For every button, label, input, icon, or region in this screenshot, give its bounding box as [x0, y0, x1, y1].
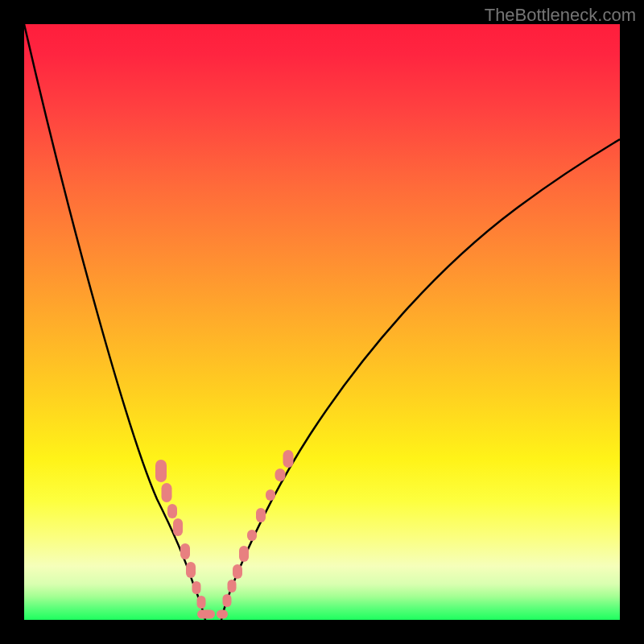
data-marker	[233, 564, 242, 579]
data-markers	[155, 450, 294, 619]
data-marker	[180, 543, 190, 559]
curve-group	[24, 24, 620, 620]
data-marker	[162, 483, 172, 502]
data-marker	[217, 610, 228, 619]
data-marker	[197, 610, 215, 619]
right-curve	[221, 139, 620, 620]
data-marker	[247, 530, 257, 541]
data-marker	[283, 450, 294, 468]
data-marker	[173, 518, 183, 536]
data-marker	[256, 508, 266, 522]
data-marker	[197, 596, 206, 609]
data-marker	[155, 460, 167, 482]
data-marker	[228, 580, 237, 592]
data-marker	[192, 581, 201, 594]
chart-gradient-area	[24, 24, 620, 620]
watermark-text: TheBottleneck.com	[485, 5, 636, 26]
data-marker	[239, 546, 249, 562]
chart-svg	[24, 24, 620, 620]
data-marker	[266, 489, 275, 501]
data-marker	[275, 469, 286, 481]
data-marker	[167, 504, 177, 518]
data-marker	[223, 594, 232, 607]
data-marker	[186, 562, 196, 578]
